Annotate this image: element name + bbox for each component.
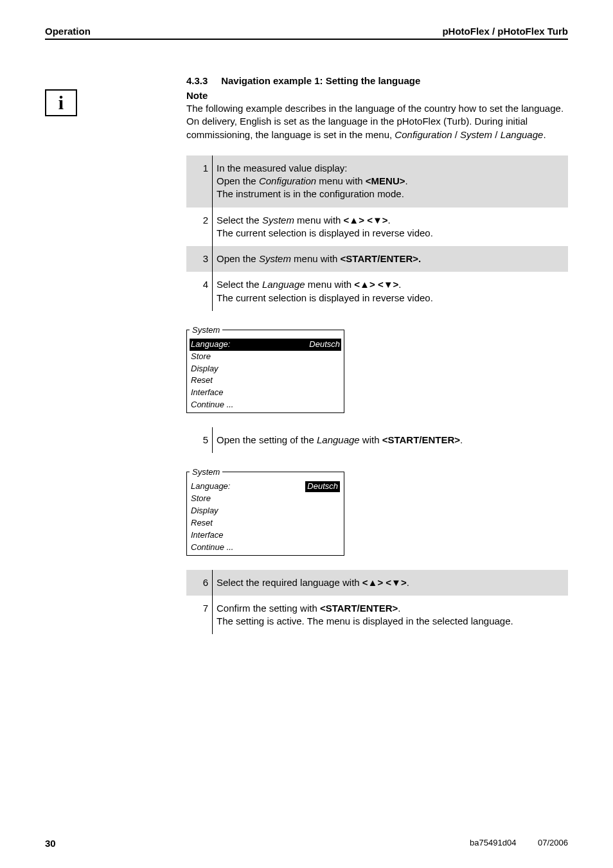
step-line: .	[388, 215, 391, 226]
page-number: 30	[45, 838, 56, 849]
menu-item-label: Reset	[191, 375, 213, 386]
step-number: 1	[186, 155, 213, 208]
step-line: Open the	[217, 253, 259, 264]
step-ital: Language	[317, 434, 362, 445]
menu-item-reset: Reset	[190, 517, 341, 529]
step-line: In the measured value display:	[217, 163, 347, 173]
step-line: Open the setting of the	[217, 434, 317, 445]
step-line: menu with	[316, 175, 366, 186]
step-line: .	[398, 603, 400, 614]
step-line: Select the	[217, 215, 262, 226]
step-ital: Language	[262, 279, 305, 290]
step-line: menu with	[305, 279, 355, 290]
step-line: .	[405, 175, 408, 186]
menu-item-label: Store	[191, 351, 211, 362]
menu-item-label: Continue ...	[191, 542, 234, 553]
step-number: 6	[186, 570, 213, 596]
menu-item-label: Language:	[191, 339, 230, 350]
note-body: The following example describes in the l…	[186, 102, 568, 141]
menu-item-display: Display	[190, 505, 341, 517]
footer-doc: ba75491d04	[470, 838, 516, 847]
header-left: Operation	[45, 26, 91, 37]
step-line: with	[362, 434, 382, 445]
menu-item-label: Reset	[191, 518, 213, 529]
menu-item-reset: Reset	[190, 375, 341, 387]
note-period: .	[543, 129, 546, 140]
step-text: Open the System menu with <START/ENTER>.	[213, 246, 569, 272]
menu-item-store: Store	[190, 493, 341, 505]
key-label: <START/ENTER>	[320, 603, 398, 614]
menu-item-label: Interface	[191, 387, 224, 398]
header-rule	[45, 39, 568, 40]
footer-date: 07/2006	[538, 838, 568, 847]
table-row: 2 Select the System menu with <▲> <▼>. T…	[186, 208, 568, 247]
step-text: Select the Language menu with <▲> <▼>. T…	[213, 272, 569, 311]
key-label: <▲> <▼>	[362, 577, 407, 588]
step-ital: System	[259, 253, 291, 264]
info-icon: i	[45, 89, 77, 116]
table-row: 5 Open the setting of the Language with …	[186, 427, 568, 453]
key-label: <MENU>	[366, 175, 405, 186]
step-line: The current selection is displayed in re…	[217, 292, 433, 303]
steps-table-3: 6 Select the required language with <▲> …	[186, 570, 568, 635]
key-label: <▲> <▼>	[354, 279, 398, 290]
step-line: Confirm the setting with	[217, 603, 320, 614]
section-number: 4.3.3	[186, 75, 218, 86]
note-path-configuration: Configuration	[395, 129, 452, 140]
step-ital: System	[262, 215, 294, 226]
section-title: Navigation example 1: Setting the langua…	[221, 75, 420, 86]
step-line: The current selection is displayed in re…	[217, 227, 433, 238]
step-line: .	[460, 434, 463, 445]
key-label: <START/ENTER>	[382, 434, 460, 445]
menu-item-display: Display	[190, 363, 341, 375]
menu-item-value: Deutsch	[305, 481, 340, 492]
menu-item-language: Language: Deutsch	[190, 481, 341, 493]
steps-table-1: 1 In the measured value display: Open th…	[186, 155, 568, 311]
step-line: menu with	[291, 253, 341, 264]
step-text: Select the required language with <▲> <▼…	[213, 570, 569, 596]
menu-item-value: Deutsch	[309, 339, 340, 350]
table-row: 1 In the measured value display: Open th…	[186, 155, 568, 208]
menu-item-language: Language: Deutsch	[190, 339, 341, 351]
step-text: Open the setting of the Language with <S…	[213, 427, 569, 453]
menu-item-label: Display	[191, 364, 218, 375]
menu-item-label: Continue ...	[191, 400, 234, 411]
step-line: The instrument is in the configuration m…	[217, 188, 404, 199]
step-text: Select the System menu with <▲> <▼>. The…	[213, 208, 569, 247]
menu-item-interface: Interface	[190, 529, 341, 542]
menu-legend: System	[190, 467, 222, 477]
step-line: .	[398, 279, 401, 290]
menu-item-label: Language:	[191, 481, 230, 492]
steps-table-2: 5 Open the setting of the Language with …	[186, 427, 568, 453]
note-heading: Note	[186, 90, 568, 101]
step-number: 3	[186, 246, 213, 272]
page-footer: 30 ba75491d04 07/2006	[45, 812, 568, 849]
menu-item-label: Interface	[191, 530, 224, 541]
system-menu-1: System Language: Deutsch Store Display R…	[186, 325, 344, 413]
table-row: 6 Select the required language with <▲> …	[186, 570, 568, 596]
step-number: 2	[186, 208, 213, 247]
menu-item-store: Store	[190, 351, 341, 363]
menu-item-continue: Continue ...	[190, 542, 341, 554]
table-row: 3 Open the System menu with <START/ENTER…	[186, 246, 568, 272]
step-number: 4	[186, 272, 213, 311]
step-text: Confirm the setting with <START/ENTER>. …	[213, 596, 569, 635]
step-line: The setting is active. The menu is displ…	[217, 616, 513, 626]
step-number: 7	[186, 596, 213, 635]
note-path-language: Language	[501, 129, 544, 140]
menu-item-label: Store	[191, 493, 211, 504]
step-line: Select the	[217, 279, 262, 290]
menu-item-continue: Continue ...	[190, 399, 341, 411]
table-row: 7 Confirm the setting with <START/ENTER>…	[186, 596, 568, 635]
note-path-system: System	[460, 129, 492, 140]
header-right: pHotoFlex / pHotoFlex Turb	[442, 26, 568, 37]
note-sep1: /	[452, 129, 461, 140]
step-number: 5	[186, 427, 213, 453]
step-text: In the measured value display: Open the …	[213, 155, 569, 208]
table-row: 4 Select the Language menu with <▲> <▼>.…	[186, 272, 568, 311]
note-sep2: /	[492, 129, 501, 140]
step-line: Open the	[217, 175, 259, 186]
menu-item-interface: Interface	[190, 387, 341, 399]
step-line: .	[407, 577, 409, 588]
system-menu-2: System Language: Deutsch Store Display R…	[186, 467, 344, 555]
